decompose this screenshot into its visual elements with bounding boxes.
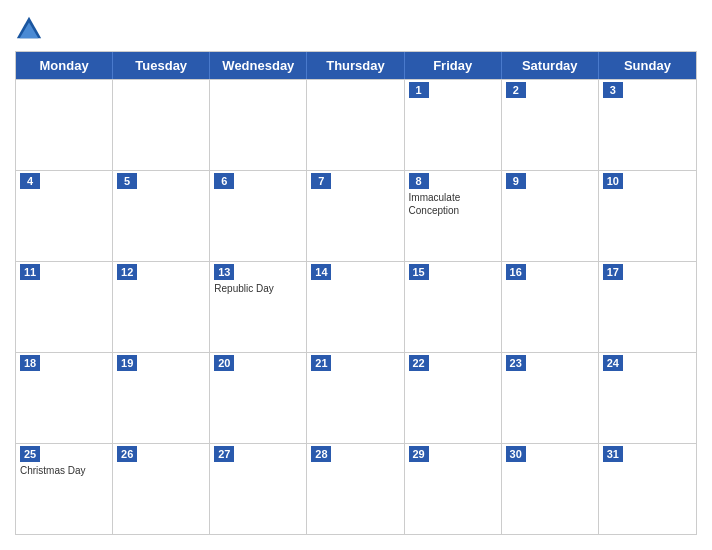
day-number: 27: [214, 446, 234, 462]
day-number: 31: [603, 446, 623, 462]
day-cell: 28: [307, 444, 404, 534]
day-number: 1: [409, 82, 429, 98]
day-number: 19: [117, 355, 137, 371]
weeks: 12345678Immaculate Conception910111213Re…: [16, 79, 696, 534]
day-cell: [16, 80, 113, 170]
day-number: 18: [20, 355, 40, 371]
day-number: 8: [409, 173, 429, 189]
day-number: 21: [311, 355, 331, 371]
day-cell: 15: [405, 262, 502, 352]
day-number: 14: [311, 264, 331, 280]
day-header-thursday: Thursday: [307, 52, 404, 79]
day-number: 16: [506, 264, 526, 280]
day-cell: 17: [599, 262, 696, 352]
day-number: 30: [506, 446, 526, 462]
holiday-name: Republic Day: [214, 282, 302, 295]
day-number: 26: [117, 446, 137, 462]
day-number: 7: [311, 173, 331, 189]
week-row-3: 111213Republic Day14151617: [16, 261, 696, 352]
day-number: 24: [603, 355, 623, 371]
day-cell: 4: [16, 171, 113, 261]
page-header: [15, 10, 697, 51]
day-number: 2: [506, 82, 526, 98]
day-cell: 25Christmas Day: [16, 444, 113, 534]
holiday-name: Immaculate Conception: [409, 191, 497, 217]
week-row-5: 25Christmas Day262728293031: [16, 443, 696, 534]
day-header-sunday: Sunday: [599, 52, 696, 79]
day-number: 11: [20, 264, 40, 280]
day-number: 28: [311, 446, 331, 462]
day-cell: 21: [307, 353, 404, 443]
day-cell: 24: [599, 353, 696, 443]
day-headers: MondayTuesdayWednesdayThursdayFridaySatu…: [16, 52, 696, 79]
day-number: 15: [409, 264, 429, 280]
day-cell: 26: [113, 444, 210, 534]
day-cell: [113, 80, 210, 170]
logo: [15, 15, 47, 43]
day-header-friday: Friday: [405, 52, 502, 79]
day-cell: [210, 80, 307, 170]
day-cell: 23: [502, 353, 599, 443]
week-row-4: 18192021222324: [16, 352, 696, 443]
day-cell: 16: [502, 262, 599, 352]
calendar: MondayTuesdayWednesdayThursdayFridaySatu…: [15, 51, 697, 535]
day-number: 23: [506, 355, 526, 371]
holiday-name: Christmas Day: [20, 464, 108, 477]
day-cell: 31: [599, 444, 696, 534]
day-cell: 18: [16, 353, 113, 443]
day-cell: 30: [502, 444, 599, 534]
day-cell: 9: [502, 171, 599, 261]
day-header-wednesday: Wednesday: [210, 52, 307, 79]
day-cell: 22: [405, 353, 502, 443]
day-cell: 8Immaculate Conception: [405, 171, 502, 261]
week-row-1: 123: [16, 79, 696, 170]
day-cell: [307, 80, 404, 170]
day-cell: 5: [113, 171, 210, 261]
day-cell: 2: [502, 80, 599, 170]
day-cell: 7: [307, 171, 404, 261]
day-cell: 6: [210, 171, 307, 261]
day-number: 4: [20, 173, 40, 189]
day-header-saturday: Saturday: [502, 52, 599, 79]
day-number: 6: [214, 173, 234, 189]
day-cell: 19: [113, 353, 210, 443]
day-number: 13: [214, 264, 234, 280]
day-number: 5: [117, 173, 137, 189]
day-number: 22: [409, 355, 429, 371]
day-number: 9: [506, 173, 526, 189]
day-header-monday: Monday: [16, 52, 113, 79]
day-number: 29: [409, 446, 429, 462]
day-number: 12: [117, 264, 137, 280]
day-header-tuesday: Tuesday: [113, 52, 210, 79]
day-cell: 1: [405, 80, 502, 170]
day-cell: 12: [113, 262, 210, 352]
day-cell: 27: [210, 444, 307, 534]
day-number: 20: [214, 355, 234, 371]
day-number: 10: [603, 173, 623, 189]
week-row-2: 45678Immaculate Conception910: [16, 170, 696, 261]
day-cell: 11: [16, 262, 113, 352]
day-cell: 13Republic Day: [210, 262, 307, 352]
day-cell: 3: [599, 80, 696, 170]
day-cell: 14: [307, 262, 404, 352]
logo-icon: [15, 15, 43, 43]
day-cell: 29: [405, 444, 502, 534]
day-cell: 20: [210, 353, 307, 443]
day-number: 3: [603, 82, 623, 98]
day-cell: 10: [599, 171, 696, 261]
day-number: 17: [603, 264, 623, 280]
day-number: 25: [20, 446, 40, 462]
